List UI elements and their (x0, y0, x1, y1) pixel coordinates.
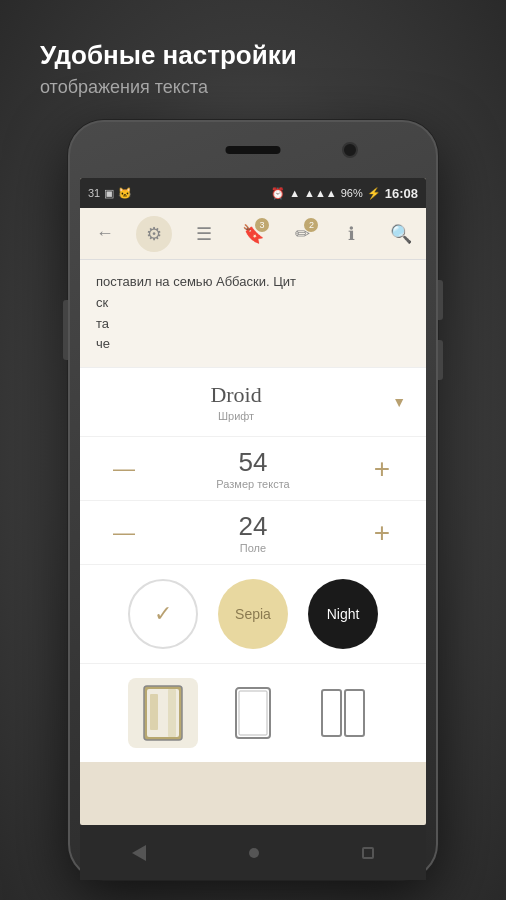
font-dropdown-arrow[interactable]: ▼ (392, 394, 406, 410)
font-selector[interactable]: Droid Шрифт (100, 382, 372, 422)
theme-white-button[interactable]: ✓ (128, 579, 198, 649)
status-time: 16:08 (385, 186, 418, 201)
info-icon: ℹ (348, 223, 355, 245)
book-text-content: поставил на семью Аббаски. Цит (96, 274, 296, 289)
notes-badge: 2 (304, 218, 318, 232)
nav-back[interactable] (132, 845, 146, 861)
wifi-icon: ▲ (289, 187, 300, 199)
bookmarks-button[interactable]: 🔖 3 (235, 216, 271, 252)
text-increase-icon: + (374, 453, 390, 485)
font-label: Шрифт (218, 410, 254, 422)
reader-toolbar: ← ⚙ ☰ 🔖 3 ✏ 2 ℹ 🔍 (80, 208, 426, 260)
margin-label: Поле (240, 542, 266, 554)
layout-scroll-icon (138, 684, 188, 742)
layout-two-page-icon (318, 684, 368, 742)
margin-increase[interactable]: + (362, 513, 402, 553)
margin-value: 24 (239, 511, 268, 542)
phone-screen: 31 ▣ 🐱 ⏰ ▲ ▲▲▲ 96% ⚡ 16:08 ← ⚙ ☰ (80, 178, 426, 825)
text-decrease-icon: — (113, 456, 135, 482)
layout-single-button[interactable] (218, 678, 288, 748)
phone-nav-bar (80, 825, 426, 880)
layout-single-icon (228, 684, 278, 742)
status-bar: 31 ▣ 🐱 ⏰ ▲ ▲▲▲ 96% ⚡ 16:08 (80, 178, 426, 208)
margin-increase-icon: + (374, 517, 390, 549)
info-button[interactable]: ℹ (334, 216, 370, 252)
svg-rect-2 (150, 694, 158, 730)
check-icon: ✓ (154, 601, 172, 627)
toc-icon: ☰ (196, 223, 212, 245)
layout-two-page-button[interactable] (308, 678, 378, 748)
settings-icon: ⚙ (146, 223, 162, 245)
calendar-icon: 31 (88, 187, 100, 199)
svg-rect-4 (236, 688, 270, 738)
promo-subtitle: отображения текста (40, 77, 466, 98)
theme-night-button[interactable]: Night (308, 579, 378, 649)
theme-sepia-label: Sepia (235, 606, 271, 622)
margin-control: — 24 Поле + (80, 501, 426, 564)
search-icon: 🔍 (390, 223, 412, 245)
settings-button[interactable]: ⚙ (136, 216, 172, 252)
notes-button[interactable]: ✏ 2 (284, 216, 320, 252)
nav-recents[interactable] (362, 847, 374, 859)
signal-icon: ▲▲▲ (304, 187, 337, 199)
svg-rect-5 (239, 691, 267, 735)
bookmarks-badge: 3 (255, 218, 269, 232)
promo-title: Удобные настройки (40, 40, 466, 71)
alarm-icon: ⏰ (271, 187, 285, 200)
svg-rect-6 (322, 690, 341, 736)
toc-button[interactable]: ☰ (186, 216, 222, 252)
theme-row: ✓ Sepia Night (80, 565, 426, 664)
font-name: Droid (210, 382, 261, 408)
text-size-control: — 54 Размер текста + (80, 437, 426, 500)
svg-rect-3 (168, 689, 176, 737)
search-button[interactable]: 🔍 (383, 216, 419, 252)
layout-row (80, 664, 426, 762)
text-size-value: 54 (239, 447, 268, 478)
battery-icon: ⚡ (367, 187, 381, 200)
back-icon: ← (96, 223, 114, 244)
svg-rect-7 (345, 690, 364, 736)
settings-panel: Droid Шрифт ▼ — 54 Размер текста + (80, 367, 426, 762)
theme-night-label: Night (327, 606, 360, 622)
nav-home[interactable] (249, 848, 259, 858)
phone-device: 31 ▣ 🐱 ⏰ ▲ ▲▲▲ 96% ⚡ 16:08 ← ⚙ ☰ (68, 120, 438, 880)
battery-percent: 96% (341, 187, 363, 199)
text-size-label: Размер текста (216, 478, 289, 490)
text-size-increase[interactable]: + (362, 449, 402, 489)
cat-icon: 🐱 (118, 187, 132, 200)
back-button[interactable]: ← (87, 216, 123, 252)
text-size-decrease[interactable]: — (104, 449, 144, 489)
font-row: Droid Шрифт ▼ (80, 368, 426, 437)
layout-scroll-button[interactable] (128, 678, 198, 748)
image-icon: ▣ (104, 187, 114, 200)
theme-sepia-button[interactable]: Sepia (218, 579, 288, 649)
margin-decrease[interactable]: — (104, 513, 144, 553)
margin-decrease-icon: — (113, 520, 135, 546)
book-text: поставил на семью Аббаски. Цит ск та че (80, 260, 426, 367)
